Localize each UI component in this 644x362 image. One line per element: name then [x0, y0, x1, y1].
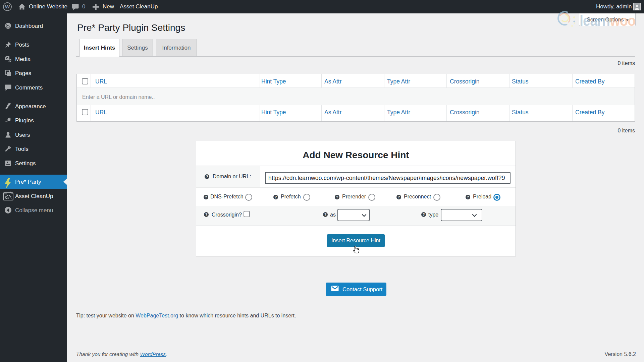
svg-text:W: W — [5, 4, 10, 9]
